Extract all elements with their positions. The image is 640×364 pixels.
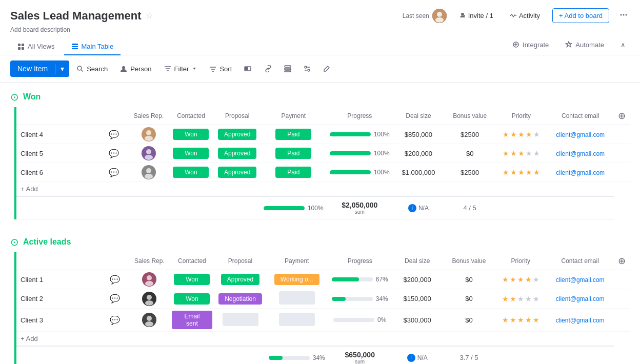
- person-cell: [133, 127, 165, 141]
- filter-button[interactable]: Filter: [159, 62, 203, 76]
- active-group-chevron[interactable]: ⊙: [10, 236, 19, 248]
- table-area: ⊙ Won Sales Rep. Contacted Proposal Paym…: [0, 83, 640, 364]
- star-5: ★: [533, 316, 539, 324]
- proposal-badge-empty: [223, 313, 258, 326]
- payment-cell[interactable]: Paid: [261, 125, 327, 144]
- payment-cell[interactable]: Paid: [261, 144, 327, 163]
- search-button[interactable]: Search: [71, 62, 113, 76]
- person-button[interactable]: Person: [115, 62, 156, 76]
- tab-main-table[interactable]: Main Table: [64, 38, 121, 55]
- email-link[interactable]: client@gmail.com: [556, 169, 605, 176]
- star-3: ★: [518, 149, 525, 157]
- sort-button[interactable]: Sort: [204, 62, 237, 76]
- format-button[interactable]: [298, 62, 316, 75]
- col-add[interactable]: ⊕: [614, 107, 630, 125]
- proposal-cell[interactable]: Approved: [215, 270, 265, 289]
- email-link[interactable]: client@gmail.com: [556, 131, 605, 138]
- payment-cell[interactable]: Paid: [261, 163, 327, 182]
- integrate-button[interactable]: Integrate: [508, 39, 553, 51]
- add-row-label[interactable]: + Add: [16, 182, 630, 197]
- avatar-icon: [142, 127, 156, 141]
- star-3: ★: [517, 316, 524, 324]
- won-group-header[interactable]: ⊙ Won: [10, 83, 630, 107]
- sales-rep-cell: [130, 309, 169, 332]
- invite-button[interactable]: Invite / 1: [455, 10, 497, 22]
- add-to-board-button[interactable]: + Add to board: [552, 8, 609, 23]
- main-table-label: Main Table: [82, 43, 114, 50]
- link-icon-button[interactable]: [259, 62, 277, 75]
- progress-pct: 0%: [377, 316, 386, 323]
- new-item-button[interactable]: New Item ▾: [10, 60, 69, 77]
- email-link[interactable]: client@gmail.com: [556, 276, 605, 284]
- svg-rect-19: [285, 68, 291, 70]
- star-1: ★: [502, 316, 509, 324]
- star-4: ★: [526, 168, 532, 176]
- proposal-cell[interactable]: [215, 309, 265, 332]
- summary-priority-value: 3.7 / 5: [459, 354, 478, 361]
- contacted-cell[interactable]: Won: [169, 270, 215, 289]
- payment-cell[interactable]: [265, 309, 328, 332]
- comment-cell[interactable]: 💬: [98, 144, 129, 163]
- row-name: Client 5: [16, 144, 98, 163]
- col-add[interactable]: ⊕: [614, 252, 630, 270]
- progress-pct: 34%: [376, 295, 388, 302]
- proposal-cell[interactable]: Approved: [214, 125, 261, 144]
- proposal-cell[interactable]: Approved: [214, 144, 261, 163]
- comment-cell[interactable]: 💬: [99, 270, 130, 289]
- email-link[interactable]: client@gmail.com: [556, 295, 605, 302]
- battery-icon-button[interactable]: [239, 62, 257, 75]
- email-link[interactable]: client@gmail.com: [556, 317, 605, 324]
- summary-deal-cell: $650,000 sum: [328, 346, 391, 364]
- payment-cell[interactable]: [265, 289, 328, 309]
- comment-cell[interactable]: 💬: [99, 309, 130, 332]
- collapse-rows-button[interactable]: [279, 62, 296, 75]
- client-name: Client 4: [21, 131, 43, 138]
- add-column-icon[interactable]: ⊕: [618, 256, 626, 266]
- active-add-row[interactable]: + Add: [16, 332, 630, 347]
- won-group-chevron[interactable]: ⊙: [10, 91, 19, 103]
- dropdown-arrow[interactable]: ▾: [55, 60, 69, 77]
- svg-point-14: [77, 66, 82, 70]
- automate-button[interactable]: Automate: [561, 39, 608, 51]
- contacted-cell[interactable]: Email sent: [169, 309, 215, 332]
- collapse-button[interactable]: ∧: [616, 39, 630, 51]
- stars: ★ ★ ★ ★ ★: [498, 168, 544, 176]
- won-add-row[interactable]: + Add: [16, 182, 630, 197]
- edit-button[interactable]: [318, 62, 335, 75]
- deal-size-cell: $200,000: [391, 270, 443, 289]
- progress-wrap: 34%: [331, 295, 388, 302]
- star-icon[interactable]: ☆: [146, 11, 153, 21]
- tab-all-views[interactable]: All Views: [10, 38, 62, 55]
- contacted-cell[interactable]: Won: [168, 163, 214, 182]
- contacted-badge: Won: [174, 293, 210, 305]
- client-name: Client 2: [21, 295, 43, 302]
- proposal-cell[interactable]: Negotiation: [215, 289, 265, 309]
- payment-cell[interactable]: Working o...: [265, 270, 328, 289]
- bonus-value-cell: $2500: [444, 163, 495, 182]
- contacted-cell[interactable]: Won: [168, 144, 214, 163]
- active-group-header[interactable]: ⊙ Active leads: [10, 228, 630, 252]
- more-options-button[interactable]: [617, 9, 630, 23]
- person-cell: [133, 165, 165, 179]
- avatar-icon: [142, 146, 156, 160]
- bonus-value: $0: [466, 150, 473, 157]
- progress-pct: 100%: [374, 131, 390, 138]
- add-row-label[interactable]: + Add: [16, 332, 630, 347]
- summary-empty: [16, 346, 265, 364]
- table-row: Client 1 💬 Won Approved Working o...: [16, 270, 630, 289]
- board-description[interactable]: Add board description: [10, 26, 630, 33]
- email-cell: client@gmail.com: [547, 163, 614, 182]
- comment-cell[interactable]: 💬: [98, 125, 129, 144]
- email-link[interactable]: client@gmail.com: [556, 150, 605, 157]
- table-row: Client 4 💬 Won Approved Paid: [16, 125, 630, 144]
- add-column-icon[interactable]: ⊕: [618, 111, 626, 121]
- contacted-cell[interactable]: Won: [169, 289, 215, 309]
- comment-cell[interactable]: 💬: [98, 163, 129, 182]
- comment-cell[interactable]: 💬: [99, 289, 130, 309]
- proposal-badge: Approved: [218, 148, 256, 159]
- contacted-cell[interactable]: Won: [168, 125, 214, 144]
- progress-wrap: 100%: [330, 169, 390, 176]
- activity-button[interactable]: Activity: [506, 10, 544, 22]
- proposal-cell[interactable]: Approved: [214, 163, 261, 182]
- star-2: ★: [510, 316, 516, 324]
